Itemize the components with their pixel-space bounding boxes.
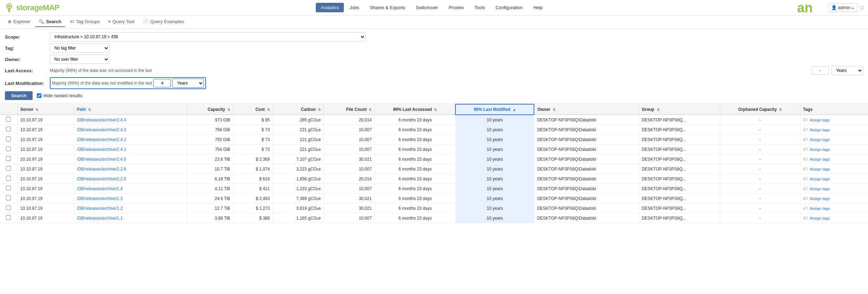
- last-access-period-select[interactable]: Years Months Days: [832, 66, 863, 75]
- nav-proxies[interactable]: Proxies: [444, 3, 469, 12]
- cell-path[interactable]: /DB/releases/archive/1.4: [74, 184, 187, 194]
- nav-switchover[interactable]: Switchover: [411, 3, 443, 12]
- assign-tags-link[interactable]: Assign tags: [810, 196, 830, 201]
- assign-tags-link[interactable]: Assign tags: [810, 187, 830, 191]
- row-checkbox[interactable]: [6, 136, 11, 141]
- sec-nav-tag-groups[interactable]: 🏷 Tag Groups: [66, 17, 103, 27]
- row-checkbox[interactable]: [6, 156, 11, 161]
- cell-tags[interactable]: 🏷 Assign tags: [800, 213, 868, 223]
- cell-tags[interactable]: 🏷 Assign tags: [800, 184, 868, 194]
- row-checkbox[interactable]: [6, 127, 11, 132]
- row-checkbox-cell[interactable]: [0, 135, 17, 145]
- cell-path[interactable]: /DB/releases/archive/1.2: [74, 203, 187, 213]
- assign-tags-link[interactable]: Assign tags: [810, 167, 830, 171]
- sec-nav-search[interactable]: 🔍 Search: [35, 17, 65, 27]
- row-checkbox-cell[interactable]: [0, 164, 17, 174]
- assign-tags-link[interactable]: Assign tags: [810, 118, 830, 122]
- row-checkbox[interactable]: [6, 205, 11, 210]
- col-header-orphaned[interactable]: Orphaned Capacity ⇅: [720, 104, 800, 115]
- cell-filecount: 10,007: [324, 125, 375, 135]
- cell-tags[interactable]: 🏷 Assign tags: [800, 194, 868, 203]
- cell-orphaned: -: [720, 135, 800, 145]
- col-header-filecount[interactable]: File Count ⇅: [324, 104, 375, 115]
- assign-tags-link[interactable]: Assign tags: [810, 138, 830, 142]
- cell-path[interactable]: /DB/releases/archive/2.2.5: [74, 174, 187, 184]
- nav-help[interactable]: Help: [528, 3, 548, 12]
- row-checkbox-cell[interactable]: [0, 213, 17, 223]
- assign-tags-link[interactable]: Assign tags: [810, 147, 830, 152]
- cell-path[interactable]: /DB/releases/archive/2.4.4: [74, 115, 187, 125]
- row-checkbox[interactable]: [6, 166, 11, 171]
- row-checkbox[interactable]: [6, 195, 11, 200]
- cell-tags[interactable]: 🏷 Assign tags: [800, 135, 868, 145]
- examples-icon: 📄: [143, 19, 148, 24]
- last-access-number-input[interactable]: [811, 66, 829, 75]
- sec-nav-query-tool[interactable]: ≡ Query Tool: [105, 17, 138, 27]
- cell-tags[interactable]: 🏷 Assign tags: [800, 164, 868, 174]
- cell-tags[interactable]: 🏷 Assign tags: [800, 203, 868, 213]
- col-header-carbon[interactable]: Carbon ⇅: [273, 104, 323, 115]
- col-header-server[interactable]: Server ⇅: [17, 104, 74, 115]
- col-header-accessed[interactable]: 99% Last Accessed ⇅: [375, 104, 455, 115]
- cell-path[interactable]: /DB/releases/archive/2.4.3: [74, 125, 187, 135]
- cell-tags[interactable]: 🏷 Assign tags: [800, 115, 868, 125]
- cell-cost: $ 388: [233, 213, 273, 223]
- row-checkbox[interactable]: [6, 176, 11, 181]
- scope-select[interactable]: Infrastructure > 10.10.97.19 > /DB: [50, 32, 366, 41]
- cell-owner: DESKTOP-NP3PS6Q\Datadobi: [534, 125, 639, 135]
- cell-accessed: 6 months 23 days: [375, 184, 455, 194]
- nav-shares-exports[interactable]: Shares & Exports: [365, 3, 410, 12]
- sec-nav-explorer[interactable]: ⊕ Explorer: [4, 17, 34, 27]
- row-checkbox-cell[interactable]: [0, 203, 17, 213]
- sec-nav-query-examples[interactable]: 📄 Query Examples: [139, 17, 187, 27]
- col-header-owner[interactable]: Owner ⇅: [534, 104, 639, 115]
- nav-jobs[interactable]: Jobs: [345, 3, 364, 12]
- cell-tags[interactable]: 🏷 Assign tags: [800, 145, 868, 154]
- col-header-group[interactable]: Group ⇅: [639, 104, 720, 115]
- last-modification-row: Last Modification: Majority (99%) of the…: [5, 77, 863, 89]
- cell-path[interactable]: /DB/releases/archive/1.3: [74, 194, 187, 203]
- cell-path[interactable]: /DB/releases/archive/2.4.1: [74, 145, 187, 154]
- row-checkbox-cell[interactable]: [0, 125, 17, 135]
- nav-tools[interactable]: Tools: [469, 3, 490, 12]
- col-header-capacity[interactable]: Capacity ⇅: [187, 104, 233, 115]
- assign-tags-link[interactable]: Assign tags: [810, 157, 830, 161]
- assign-tags-link[interactable]: Assign tags: [810, 206, 830, 211]
- nav-configuration[interactable]: Configuration: [490, 3, 527, 12]
- results-table: Server ⇅ Path ⇅ Capacity ⇅ Cost ⇅ Carbon: [0, 104, 868, 223]
- hide-nested-label[interactable]: Hide nested results: [37, 93, 82, 98]
- assign-tags-link[interactable]: Assign tags: [810, 216, 830, 220]
- cell-path[interactable]: /DB/releases/archive/2.4.2: [74, 135, 187, 145]
- last-mod-period-select[interactable]: Years Months Days: [172, 79, 204, 88]
- cell-tags[interactable]: 🏷 Assign tags: [800, 125, 868, 135]
- col-header-cost[interactable]: Cost ⇅: [233, 104, 273, 115]
- row-checkbox[interactable]: [6, 117, 11, 122]
- row-checkbox-cell[interactable]: [0, 115, 17, 125]
- tag-select[interactable]: No tag filter: [50, 44, 109, 53]
- cell-path[interactable]: /DB/releases/archive/1.1: [74, 213, 187, 223]
- last-mod-number-input[interactable]: [153, 79, 171, 87]
- col-header-path[interactable]: Path ⇅: [74, 104, 187, 115]
- row-checkbox[interactable]: [6, 146, 11, 151]
- cell-path[interactable]: /DB/releases/archive/2.4.0: [74, 154, 187, 164]
- admin-menu[interactable]: admin: [828, 3, 857, 12]
- cell-path[interactable]: /DB/releases/archive/2.2.6: [74, 164, 187, 174]
- table-row: 10.10.97.19 /DB/releases/archive/1.4 4.1…: [0, 184, 868, 194]
- row-checkbox-cell[interactable]: [0, 184, 17, 194]
- hide-nested-checkbox[interactable]: [37, 93, 41, 98]
- row-checkbox-cell[interactable]: [0, 154, 17, 164]
- row-checkbox[interactable]: [6, 215, 11, 220]
- assign-tags-link[interactable]: Assign tags: [810, 128, 830, 132]
- row-checkbox[interactable]: [6, 186, 11, 191]
- assign-tags-link[interactable]: Assign tags: [810, 177, 830, 181]
- cell-owner: DESKTOP-NP3PS6Q\Datadobi: [534, 164, 639, 174]
- search-button[interactable]: Search: [5, 91, 33, 100]
- col-header-modified[interactable]: 99% Last Modified ▲: [455, 104, 534, 115]
- row-checkbox-cell[interactable]: [0, 194, 17, 203]
- owner-select[interactable]: No user filter: [50, 55, 109, 64]
- cell-tags[interactable]: 🏷 Assign tags: [800, 174, 868, 184]
- row-checkbox-cell[interactable]: [0, 174, 17, 184]
- cell-tags[interactable]: 🏷 Assign tags: [800, 154, 868, 164]
- nav-analytics[interactable]: Analytics: [316, 3, 344, 12]
- row-checkbox-cell[interactable]: [0, 145, 17, 154]
